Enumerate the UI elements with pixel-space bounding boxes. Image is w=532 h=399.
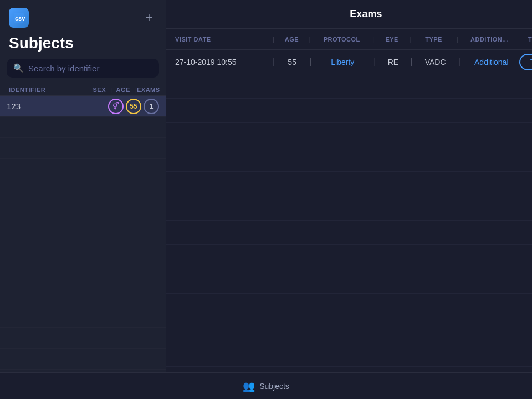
left-header: csv +	[0, 0, 166, 32]
exam-visit-date: 27-10-2019 10:55	[175, 58, 269, 66]
th-visit-date: VISIT DATE	[175, 36, 269, 43]
empty-exam-row	[166, 245, 532, 269]
subjects-tab-label[interactable]: Subjects	[259, 382, 289, 391]
empty-exam-row	[166, 367, 532, 372]
add-subject-button[interactable]: +	[141, 10, 157, 25]
empty-row	[0, 285, 166, 306]
subject-row[interactable]: 123 ⚥ 55 1	[0, 96, 166, 117]
sex-badge: ⚥	[108, 99, 124, 114]
empty-row	[0, 117, 166, 138]
empty-row	[0, 201, 166, 222]
right-panel: Exams + VISIT DATE | AGE | PROTOCOL | EY…	[166, 0, 532, 372]
exams-table-header: VISIT DATE | AGE | PROTOCOL | EYE | TYPE…	[166, 29, 532, 50]
search-icon: 🔍	[13, 63, 24, 73]
exam-eye: RE	[379, 58, 407, 66]
th-exams: EXAMS	[137, 86, 157, 93]
empty-row	[0, 243, 166, 264]
th-age: AGE	[113, 86, 133, 93]
sex-icon: ⚥	[112, 102, 119, 110]
empty-row	[0, 222, 166, 243]
empty-row	[0, 264, 166, 285]
empty-exam-row	[166, 147, 532, 172]
empty-exam-row	[166, 269, 532, 294]
subjects-tab-icon: 👥	[243, 380, 255, 392]
empty-exam-row	[166, 172, 532, 196]
empty-exam-row	[166, 123, 532, 147]
empty-row	[0, 180, 166, 201]
empty-exam-row	[166, 74, 532, 99]
th-sex: SEX	[89, 86, 109, 93]
empty-exam-row	[166, 99, 532, 123]
tab-bar: 👥 Subjects	[0, 372, 532, 399]
svg-text:csv: csv	[15, 15, 25, 22]
search-bar: 🔍	[7, 59, 159, 78]
empty-exam-row	[166, 342, 532, 367]
exam-age: 55	[278, 58, 306, 66]
exam-protocol: Liberty	[315, 58, 370, 66]
th-identifier: IDENTIFIER	[9, 86, 89, 93]
empty-row	[0, 159, 166, 180]
search-input[interactable]	[28, 64, 152, 73]
age-badge: 55	[126, 99, 141, 114]
exam-additional: Additional	[464, 58, 519, 66]
exam-test-button[interactable]: Test	[519, 54, 532, 70]
th-protocol: PROTOCOL	[314, 36, 370, 43]
empty-row	[0, 138, 166, 159]
th-type: TYPE	[415, 36, 453, 43]
empty-row	[0, 328, 166, 349]
th-additional: ADDITION...	[462, 36, 517, 43]
left-panel: csv + Subjects 🔍 IDENTIFIER SEX | AGE | …	[0, 0, 166, 372]
empty-exam-row	[166, 221, 532, 245]
subject-identifier: 123	[7, 101, 108, 111]
app-logo: csv	[9, 8, 29, 28]
exams-content: 27-10-2019 10:55 | 55 | Liberty | RE | V…	[166, 50, 532, 372]
exams-count-badge: 1	[144, 99, 159, 114]
right-header: Exams +	[166, 0, 532, 29]
th-eye: EYE	[378, 36, 406, 43]
empty-exam-row	[166, 318, 532, 342]
subjects-table-headers: IDENTIFIER SEX | AGE | EXAMS	[0, 84, 166, 96]
empty-row	[0, 349, 166, 370]
empty-row	[0, 306, 166, 328]
subjects-list: 123 ⚥ 55 1	[0, 96, 166, 372]
subjects-title: Subjects	[0, 32, 166, 59]
th-test: TEST	[517, 36, 532, 43]
th-exam-age: AGE	[278, 36, 305, 43]
exam-type: VADC	[416, 58, 455, 66]
empty-exam-row	[166, 196, 532, 221]
exam-row[interactable]: 27-10-2019 10:55 | 55 | Liberty | RE | V…	[166, 50, 532, 74]
exams-title: Exams	[350, 8, 382, 20]
empty-exam-row	[166, 294, 532, 318]
